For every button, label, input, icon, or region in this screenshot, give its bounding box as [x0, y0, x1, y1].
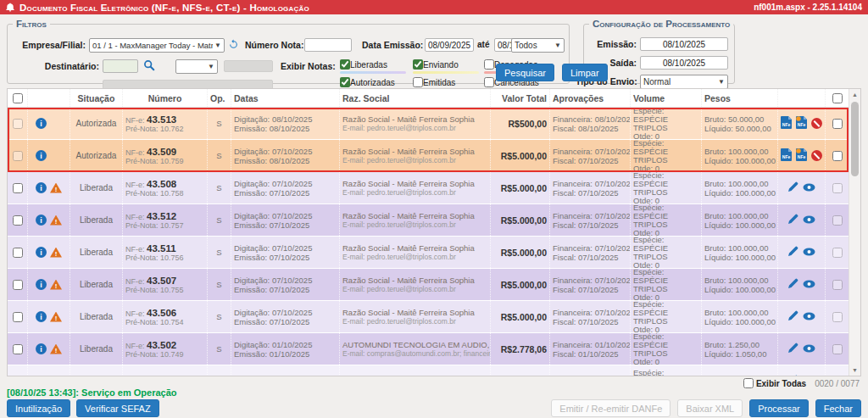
- row-actions-edit: [787, 278, 815, 291]
- edit-pencil-icon[interactable]: [787, 375, 798, 376]
- row-select-right[interactable]: [832, 183, 843, 193]
- destinatario-tipo-select[interactable]: ▼: [175, 59, 218, 74]
- row-select-right[interactable]: [832, 215, 843, 226]
- view-eye-icon[interactable]: [803, 312, 815, 322]
- edit-pencil-icon[interactable]: [787, 278, 798, 291]
- tipo-envio-select[interactable]: Normal▼: [640, 75, 728, 89]
- exibir-todas-checkbox[interactable]: Exibir Todas: [743, 378, 806, 388]
- row-select-left[interactable]: [13, 248, 23, 258]
- scroll-up-icon[interactable]: ▲: [849, 89, 860, 100]
- info-icon[interactable]: i: [36, 150, 47, 161]
- row-peso-liquido: Líquido: 100.000,00: [704, 253, 775, 262]
- pesquisar-button[interactable]: Pesquisar: [496, 64, 554, 81]
- data-emissao-de-input[interactable]: 08/09/2025: [425, 38, 474, 52]
- sefaz-status: [08/10/25 13:43]: Serviço em Operação: [7, 387, 177, 398]
- emissao-input[interactable]: 08/10/2025: [640, 37, 728, 51]
- row-especie: Espécie: ESPÉCIE TRIPLOS: [633, 172, 698, 197]
- scroll-down-icon[interactable]: ▼: [849, 365, 860, 376]
- row-select-left[interactable]: [13, 151, 23, 161]
- header-op: Op.: [208, 89, 231, 107]
- nfe-number: 43.508: [147, 179, 176, 189]
- row-select-left[interactable]: [13, 183, 23, 193]
- vertical-scrollbar[interactable]: ▲ ▼: [849, 89, 860, 376]
- numero-nota-input[interactable]: [304, 38, 352, 52]
- danfe-star-icon[interactable]: NFe: [796, 148, 807, 163]
- danfe-pdf-icon[interactable]: NFe: [781, 116, 792, 131]
- row-emissao: Emissão: 07/10/2025: [234, 220, 337, 230]
- exibir-check-0[interactable]: Liberadas: [340, 59, 413, 74]
- row-select-right[interactable]: [832, 151, 843, 161]
- search-icon[interactable]: [143, 59, 155, 73]
- row-select-right[interactable]: [832, 344, 843, 354]
- edit-pencil-icon[interactable]: [787, 310, 798, 323]
- view-eye-icon[interactable]: [803, 215, 815, 226]
- danfe-pdf-icon[interactable]: NFe: [781, 148, 792, 163]
- destinatario-input[interactable]: [103, 59, 138, 73]
- view-eye-icon[interactable]: [803, 183, 815, 193]
- numero-nota-label: Número Nota:: [245, 40, 303, 50]
- view-eye-icon[interactable]: [803, 280, 815, 290]
- select-all-checkbox-left[interactable]: [13, 93, 23, 103]
- row-emissao: Emissão: 08/10/2025: [234, 124, 337, 133]
- empresa-filial-select[interactable]: 01 / 1 - MaxManager Today - Matriz 1-1▼: [89, 38, 225, 53]
- row-status: Autorizada: [76, 151, 117, 160]
- row-select-left[interactable]: [13, 215, 23, 226]
- info-icon[interactable]: i: [36, 215, 47, 226]
- row-razao-social: Razão Social - Maitê Ferreira Sophia: [342, 276, 487, 285]
- processar-button[interactable]: Processar: [749, 399, 809, 417]
- emitir-danfe-button[interactable]: Emitir / Re-emitir DANFe: [551, 399, 670, 417]
- danfe-star-icon[interactable]: NFe: [796, 116, 807, 131]
- row-select-left[interactable]: [13, 312, 23, 322]
- fechar-button[interactable]: Fechar: [815, 399, 861, 417]
- periodo-select[interactable]: Todos▼: [511, 38, 565, 53]
- view-eye-icon[interactable]: [803, 248, 815, 258]
- warning-icon[interactable]: !: [50, 344, 62, 354]
- warning-icon[interactable]: !: [50, 312, 62, 322]
- row-select-left[interactable]: [13, 119, 23, 129]
- row-select-right[interactable]: [832, 312, 843, 322]
- warning-icon[interactable]: !: [50, 248, 62, 258]
- row-emissao: Emissão: 07/10/2025: [234, 188, 337, 198]
- table-row: i ! Autorizada NF-e: 43.509 Pré-Nota: 10…: [8, 140, 849, 172]
- info-icon[interactable]: i: [36, 311, 47, 322]
- limpar-button[interactable]: Limpar: [562, 64, 608, 81]
- warning-icon[interactable]: !: [50, 183, 62, 193]
- nfe-number: 43.509: [147, 147, 176, 157]
- warning-icon[interactable]: !: [50, 215, 62, 226]
- edit-pencil-icon[interactable]: [787, 343, 798, 355]
- cancel-icon[interactable]: [811, 118, 822, 129]
- select-all-checkbox-right[interactable]: [832, 93, 843, 103]
- row-select-left[interactable]: [13, 344, 23, 354]
- refresh-icon[interactable]: [228, 39, 239, 52]
- table-row: i ! Liberada NF-e: 43.512 Pré-Nota: 10.7…: [8, 204, 849, 237]
- svg-text:NFe: NFe: [782, 122, 791, 127]
- info-icon[interactable]: i: [36, 182, 47, 193]
- row-peso-liquido: Líquido: 100.000,00: [704, 156, 775, 165]
- row-select-right[interactable]: [832, 280, 843, 290]
- edit-pencil-icon[interactable]: [787, 246, 798, 259]
- row-valor-total: R$5.000,00: [491, 301, 550, 332]
- row-peso-bruto: Bruto: 100.000,00: [704, 243, 775, 253]
- row-emissao: Emissão: 01/10/2025: [234, 349, 337, 359]
- inutilizacao-button[interactable]: Inutilização: [7, 399, 70, 417]
- edit-pencil-icon[interactable]: [787, 214, 798, 226]
- row-select-right[interactable]: [832, 248, 843, 258]
- row-select-right[interactable]: [832, 119, 843, 129]
- info-icon[interactable]: i: [36, 343, 47, 354]
- edit-pencil-icon[interactable]: [787, 181, 798, 194]
- row-status: Liberada: [80, 215, 113, 225]
- cancel-icon[interactable]: [811, 150, 822, 161]
- row-valor-total: R$1.110,00: [491, 365, 550, 376]
- info-icon[interactable]: i: [36, 118, 47, 129]
- verificar-sefaz-button[interactable]: Verificar SEFAZ: [76, 399, 159, 417]
- row-qtde: Qtde: 0: [633, 358, 698, 365]
- warning-icon[interactable]: !: [50, 280, 62, 290]
- row-select-left[interactable]: [13, 280, 23, 290]
- saida-input[interactable]: 08/10/2025: [640, 56, 728, 70]
- view-eye-icon[interactable]: [803, 344, 815, 354]
- exibir-check-1[interactable]: Enviando: [413, 59, 486, 74]
- scrollbar-thumb[interactable]: [851, 102, 859, 176]
- baixar-xml-button[interactable]: Baixar XML: [677, 399, 743, 417]
- info-icon[interactable]: i: [36, 247, 47, 258]
- info-icon[interactable]: i: [36, 279, 47, 290]
